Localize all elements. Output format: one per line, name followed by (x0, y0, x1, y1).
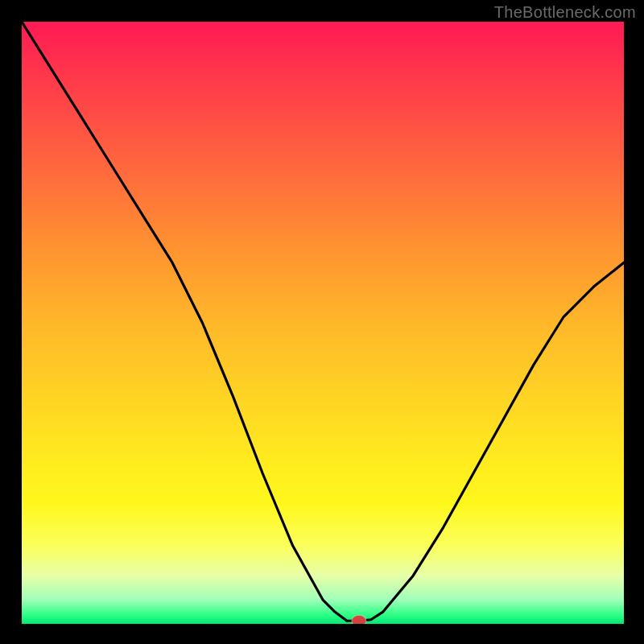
bottleneck-curve (22, 22, 624, 624)
watermark-text: TheBottleneck.com (494, 3, 636, 22)
optimal-point-marker (352, 615, 366, 624)
curve-line (22, 22, 624, 621)
plot-area (22, 22, 624, 624)
chart-stage: TheBottleneck.com (0, 0, 644, 644)
